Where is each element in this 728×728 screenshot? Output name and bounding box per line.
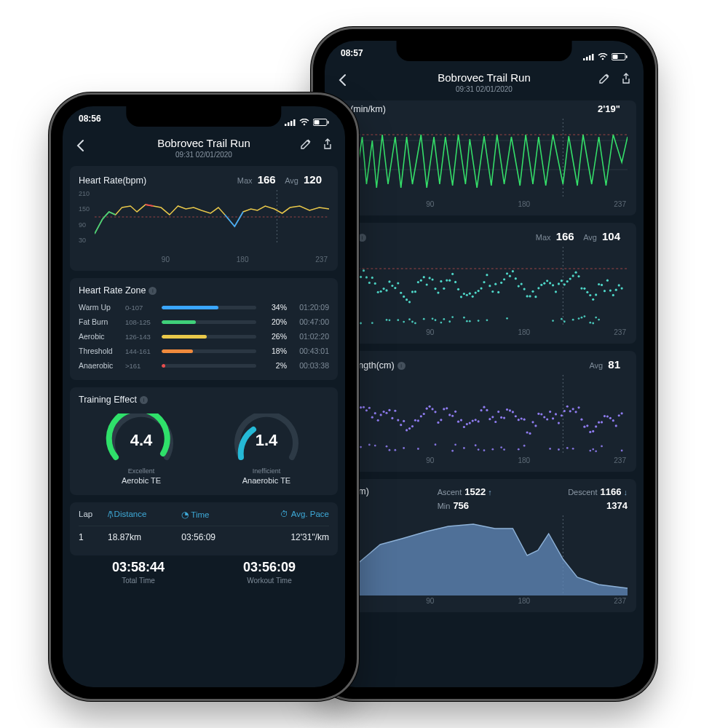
svg-point-99 (521, 282, 523, 285)
share-button[interactable] (619, 71, 633, 86)
svg-point-60 (437, 291, 439, 293)
edit-button[interactable] (298, 137, 313, 151)
svg-point-216 (491, 416, 494, 418)
svg-point-62 (440, 322, 443, 324)
zone-time: 01:02:20 (293, 332, 329, 341)
lap-col-distance[interactable]: /¦\ Distance (108, 510, 181, 520)
svg-rect-279 (290, 121, 293, 126)
lap-col-pace[interactable]: ⏱ Avg. Pace (256, 510, 329, 520)
svg-point-50 (417, 281, 419, 283)
zone-range: 108-125 (125, 318, 156, 326)
battery-icon (313, 118, 329, 128)
elevation-card: tion(m) Ascent1522 ↑ Descent1166 ↓ 647 M… (332, 479, 636, 612)
zone-range: 144-161 (125, 347, 156, 355)
svg-point-48 (414, 290, 416, 293)
svg-point-26 (371, 277, 373, 279)
svg-point-244 (555, 413, 557, 415)
info-icon[interactable]: i (149, 287, 157, 295)
svg-point-82 (478, 320, 480, 322)
svg-point-208 (475, 444, 477, 446)
lap-row: 1 18.87km 03:56:09 12'31"/km (79, 526, 329, 548)
svg-point-162 (374, 412, 376, 414)
share-button[interactable] (320, 137, 335, 151)
svg-point-255 (577, 406, 579, 408)
svg-point-117 (563, 320, 566, 323)
svg-point-124 (578, 317, 580, 320)
svg-point-55 (429, 277, 431, 279)
svg-point-228 (518, 419, 520, 421)
svg-point-67 (448, 320, 451, 323)
wifi-icon (598, 52, 608, 63)
edit-button[interactable] (597, 71, 612, 86)
svg-point-42 (403, 321, 405, 323)
svg-point-43 (405, 298, 408, 301)
svg-point-59 (435, 319, 437, 321)
svg-point-106 (540, 284, 542, 286)
status-icons (285, 114, 329, 132)
svg-point-221 (500, 446, 502, 448)
svg-point-242 (549, 448, 551, 450)
svg-point-172 (394, 410, 396, 412)
svg-point-254 (575, 411, 577, 413)
info-icon[interactable]: i (358, 234, 366, 242)
svg-point-58 (434, 288, 436, 290)
workout-time-value: 03:56:09 (243, 560, 296, 575)
svg-point-185 (423, 413, 425, 415)
stride-chart[interactable] (341, 375, 628, 455)
cadence-x-ticks: 90 180 237 (341, 327, 628, 336)
svg-point-53 (423, 318, 425, 320)
svg-point-20 (357, 282, 359, 284)
svg-point-194 (446, 407, 448, 409)
hr-max: 166 (258, 173, 276, 186)
svg-point-180 (411, 425, 414, 427)
svg-point-104 (534, 296, 537, 298)
status-time: 08:57 (341, 48, 363, 67)
svg-point-69 (451, 316, 454, 318)
heart-rate-card: Heart Rate(bpm) Max 166 Avg 120 210 150 … (70, 166, 338, 271)
elev-x-ticks: 90 180 237 (341, 596, 628, 605)
svg-point-65 (446, 280, 448, 282)
back-button[interactable] (73, 138, 87, 153)
svg-point-204 (466, 423, 468, 425)
svg-point-70 (454, 281, 456, 283)
zone-bar (162, 306, 256, 309)
zone-time: 00:03:38 (293, 361, 329, 370)
svg-point-33 (386, 319, 388, 321)
pace-chart[interactable] (341, 119, 628, 199)
svg-point-23 (363, 269, 365, 272)
svg-point-113 (558, 282, 560, 285)
aerobic-te-gauge: 4.4 Excellent Aerobic TE (98, 414, 185, 485)
svg-point-32 (385, 289, 387, 291)
svg-point-61 (440, 280, 442, 282)
svg-point-89 (494, 283, 496, 285)
zone-name: Aerobic (79, 332, 119, 341)
info-icon[interactable]: i (397, 362, 405, 370)
svg-point-261 (592, 430, 594, 432)
svg-point-38 (397, 282, 399, 284)
svg-point-263 (595, 425, 597, 427)
zone-time: 01:20:09 (293, 303, 329, 312)
elevation-chart[interactable] (341, 515, 628, 596)
lap-col-time[interactable]: ◔ Time (181, 510, 255, 520)
svg-point-169 (388, 409, 390, 411)
hr-chart[interactable]: 210 150 90 30 (79, 190, 329, 254)
svg-point-191 (437, 422, 439, 424)
svg-point-63 (443, 288, 445, 290)
svg-point-94 (506, 317, 508, 320)
svg-point-186 (426, 408, 428, 410)
back-button[interactable] (335, 73, 349, 87)
svg-point-91 (500, 282, 502, 284)
svg-point-92 (503, 278, 505, 280)
svg-point-135 (595, 317, 597, 319)
svg-point-224 (506, 408, 508, 411)
activity-title: Bobrovec Trail Run (70, 137, 338, 149)
svg-point-230 (521, 417, 523, 419)
zone-bar (162, 364, 256, 368)
svg-point-101 (526, 295, 529, 297)
svg-point-36 (391, 285, 393, 287)
svg-point-229 (518, 448, 520, 451)
info-icon[interactable]: i (140, 396, 148, 404)
svg-point-127 (583, 288, 585, 290)
cadence-chart[interactable] (341, 247, 628, 327)
activity-title: Bobrovec Trail Run (332, 71, 636, 84)
